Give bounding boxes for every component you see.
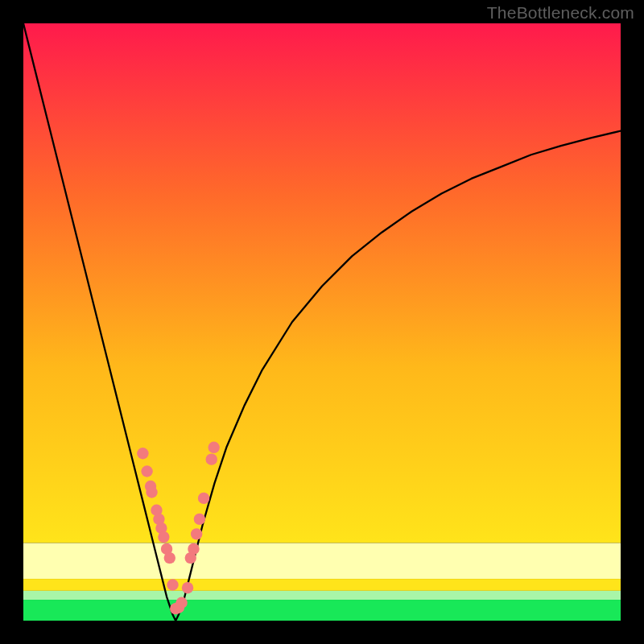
sample-marker	[175, 597, 187, 609]
sample-marker	[208, 442, 220, 453]
sample-marker	[206, 453, 217, 464]
sample-marker	[194, 514, 205, 525]
gradient-band	[23, 23, 621, 543]
sample-marker	[167, 579, 178, 590]
sample-marker	[182, 582, 193, 593]
sample-marker	[191, 528, 202, 539]
sample-marker	[141, 465, 152, 477]
plot-area	[23, 23, 621, 621]
gradient-band	[23, 600, 621, 621]
gradient-band	[23, 579, 621, 591]
sample-marker	[146, 486, 157, 497]
gradient-band	[23, 591, 621, 600]
sample-marker	[198, 493, 209, 504]
plot-svg	[23, 23, 621, 621]
gradient-band	[23, 543, 621, 580]
sample-marker	[158, 531, 169, 543]
sample-marker	[137, 448, 148, 459]
watermark-text: TheBottleneck.com	[487, 3, 634, 23]
sample-marker	[188, 543, 199, 555]
chart-frame: TheBottleneck.com	[0, 0, 644, 644]
sample-marker	[164, 552, 175, 564]
